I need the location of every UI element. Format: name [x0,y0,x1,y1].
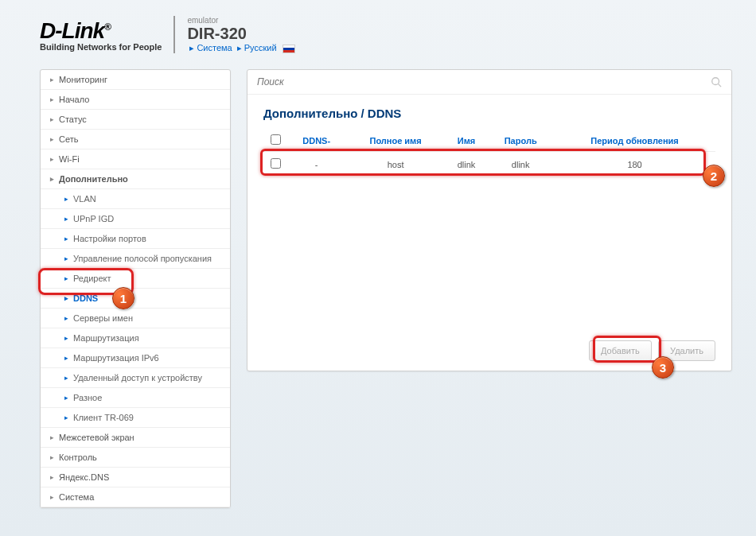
sidebar-item-system[interactable]: ▸Система [41,487,230,507]
annotation-badge-2: 2 [703,165,725,187]
select-all-checkbox[interactable] [271,134,281,145]
annotation-badge-1: 1 [112,287,134,309]
sidebar-item-advanced[interactable]: ▸Дополнительно [41,169,230,189]
crumb-system[interactable]: Система [197,43,232,52]
main-panel: Дополнительно / DDNS DDNS- Полное имя Им… [247,69,732,371]
page-title: Дополнительно / DDNS [263,107,715,120]
sidebar-item-yandexdns[interactable]: ▸Яндекс.DNS [41,468,230,487]
brand-logo: D-Link® Building Networks for People [40,18,162,52]
sidebar-sub-redirect[interactable]: ▸Редирект [41,269,230,289]
sidebar: ▸Мониторинг ▸Начало ▸Статус ▸Сеть ▸Wi-Fi… [40,69,231,508]
header-breadcrumb: ▸Система ▸Русский [187,43,294,53]
col-update-period[interactable]: Период обновления [554,130,715,152]
svg-line-1 [719,84,722,87]
brand-tagline: Building Networks for People [40,42,162,52]
sidebar-sub-vlan[interactable]: ▸VLAN [41,189,230,209]
cell-password: dlink [487,152,554,177]
sidebar-sub-misc[interactable]: ▸Разное [41,388,230,408]
cell-fullname: host [345,152,445,177]
sidebar-item-control[interactable]: ▸Контроль [41,448,230,468]
col-name[interactable]: Имя [446,130,487,152]
add-button[interactable]: Добавить [589,340,652,361]
flag-russia-icon [283,45,295,53]
sidebar-sub-remote[interactable]: ▸Удаленный доступ к устройству [41,368,230,388]
table-row[interactable]: - host dlink dlink 180 [263,152,715,177]
action-bar: Добавить Удалить 3 [263,324,715,361]
sidebar-item-firewall[interactable]: ▸Межсетевой экран [41,428,230,448]
row-checkbox[interactable] [271,158,281,169]
app-header: D-Link® Building Networks for People emu… [0,0,756,61]
sidebar-item-network[interactable]: ▸Сеть [41,130,230,150]
sidebar-sub-ports[interactable]: ▸Настройки портов [41,229,230,249]
sidebar-item-status[interactable]: ▸Статус [41,110,230,130]
model-name: DIR-320 [187,25,294,43]
col-fullname[interactable]: Полное имя [345,130,445,152]
search-bar [247,70,731,95]
sidebar-sub-nameservers[interactable]: ▸Серверы имен [41,309,230,328]
cell-ddns: - [287,152,345,177]
sidebar-sub-upnp[interactable]: ▸UPnP IGD [41,209,230,229]
sidebar-sub-bandwidth[interactable]: ▸Управление полосой пропускания [41,249,230,269]
header-info: emulator DIR-320 ▸Система ▸Русский [173,16,294,53]
search-icon [711,76,722,87]
sidebar-sub-tr069[interactable]: ▸Клиент TR-069 [41,408,230,428]
cell-period: 180 [554,152,715,177]
col-ddns[interactable]: DDNS- [287,130,345,152]
search-input[interactable] [257,76,711,87]
sidebar-sub-routing-ipv6[interactable]: ▸Маршрутизация IPv6 [41,348,230,368]
brand-name: D-Link [40,18,104,43]
sidebar-sub-routing[interactable]: ▸Маршрутизация [41,328,230,348]
cell-name: dlink [446,152,487,177]
col-password[interactable]: Пароль [487,130,554,152]
ddns-table: DDNS- Полное имя Имя Пароль Период обнов… [263,130,715,177]
sidebar-sub-ddns[interactable]: ▸DDNS [41,289,230,309]
sidebar-item-monitoring[interactable]: ▸Мониторинг [41,70,230,90]
annotation-badge-3: 3 [652,356,674,379]
sidebar-item-start[interactable]: ▸Начало [41,90,230,110]
sidebar-item-wifi[interactable]: ▸Wi-Fi [41,150,230,169]
svg-point-0 [712,78,719,85]
crumb-language[interactable]: Русский [244,43,277,52]
emulator-label: emulator [187,16,294,25]
